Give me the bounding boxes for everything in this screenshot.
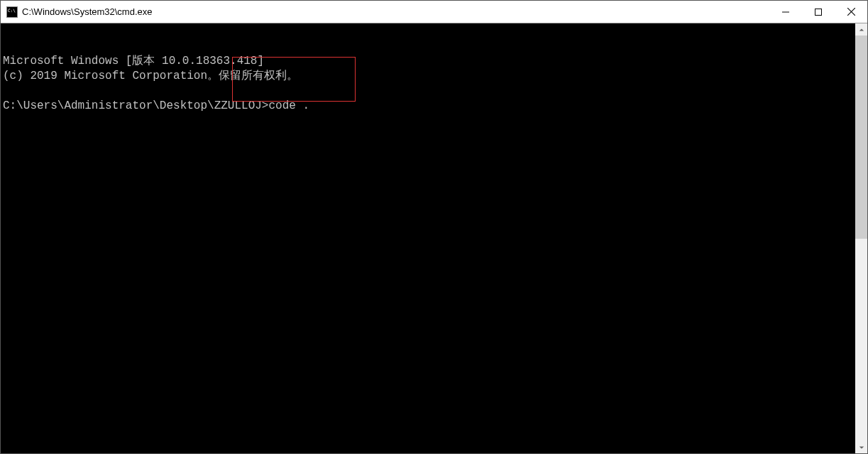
terminal-output: Microsoft Windows [版本 10.0.18363.418] (c… <box>1 53 867 114</box>
close-button[interactable] <box>835 1 867 23</box>
cmd-window: C:\ C:\Windows\System32\cmd.exe Microsof… <box>0 0 868 454</box>
terminal-line: (c) 2019 Microsoft Corporation。保留所有权利。 <box>3 70 298 82</box>
window-title: C:\Windows\System32\cmd.exe <box>22 6 153 17</box>
titlebar[interactable]: C:\ C:\Windows\System32\cmd.exe <box>1 1 867 23</box>
svg-rect-4 <box>815 9 822 15</box>
scroll-down-button[interactable] <box>855 441 867 453</box>
terminal-line: Microsoft Windows [版本 10.0.18363.418] <box>3 55 264 67</box>
maximize-button[interactable] <box>802 1 835 23</box>
scrollbar-thumb[interactable] <box>855 36 867 239</box>
cmd-icon: C:\ <box>6 6 18 18</box>
scroll-up-button[interactable] <box>855 23 867 36</box>
vertical-scrollbar[interactable] <box>855 23 867 453</box>
titlebar-left: C:\ C:\Windows\System32\cmd.exe <box>1 6 769 18</box>
scrollbar-track[interactable] <box>855 36 867 441</box>
terminal-command: code . <box>268 99 309 112</box>
window-controls <box>769 1 867 23</box>
minimize-button[interactable] <box>769 1 802 23</box>
svg-text:C:\: C:\ <box>8 8 16 13</box>
terminal-area[interactable]: Microsoft Windows [版本 10.0.18363.418] (c… <box>1 23 867 453</box>
terminal-prompt: C:\Users\Administrator\Desktop\ZZULLOJ> <box>3 99 268 112</box>
